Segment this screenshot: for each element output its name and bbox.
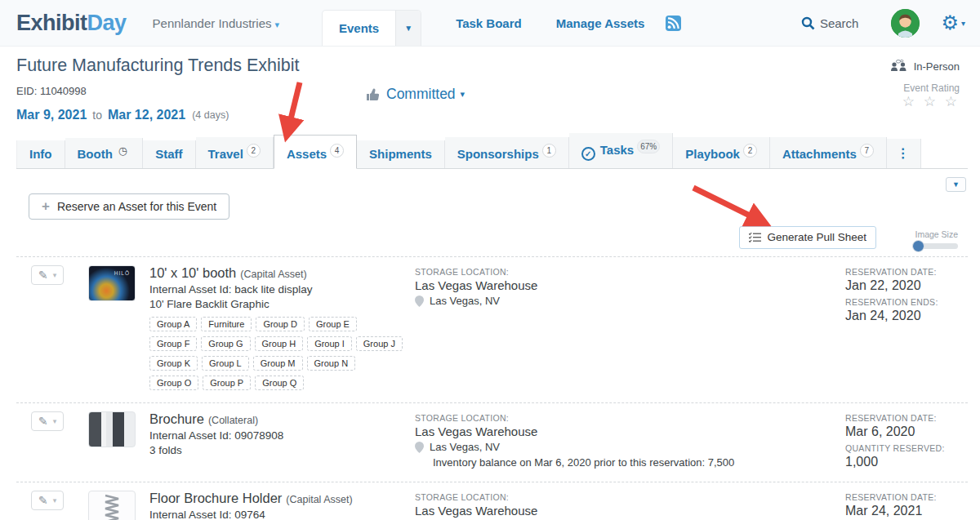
- tab-playbook[interactable]: Playbook2: [673, 137, 770, 168]
- thumbs-up-icon: [366, 87, 380, 101]
- tag: Group L: [202, 356, 249, 371]
- location-pin-icon: [415, 296, 424, 307]
- asset-title: 10' x 10' booth: [149, 265, 236, 280]
- event-duration: (4 days): [192, 109, 229, 121]
- storage-warehouse: Las Vegas Warehouse: [415, 278, 845, 292]
- edit-asset-button[interactable]: ✎▾: [31, 265, 64, 285]
- tab-assets[interactable]: Assets4: [274, 135, 357, 169]
- collapse-panel-button[interactable]: ▼: [946, 177, 966, 192]
- asset-row: ✎▾ HILŌ 10' x 10' booth(Capital Asset) I…: [16, 256, 968, 402]
- tab-shipments[interactable]: Shipments: [357, 140, 445, 168]
- list-icon: [749, 232, 761, 242]
- reserve-asset-button[interactable]: + Reserve an Asset for this Event: [29, 193, 229, 220]
- event-tabbar: Info Booth◷ Staff Travel2 Assets4 Shipme…: [16, 133, 968, 169]
- start-date[interactable]: Mar 9, 2021: [16, 108, 87, 122]
- rss-feed-icon[interactable]: [666, 16, 681, 31]
- tab-info[interactable]: Info: [16, 140, 65, 168]
- slider-thumb[interactable]: [912, 240, 924, 252]
- asset-row: ✎▾ Floor Brochure Holder(Capital Asset) …: [16, 482, 968, 520]
- tasks-progress-badge: 67%: [637, 140, 660, 153]
- pencil-icon: ✎: [38, 416, 48, 427]
- plus-icon: +: [42, 199, 50, 213]
- tab-booth[interactable]: Booth◷: [65, 138, 144, 168]
- edit-asset-button[interactable]: ✎▾: [31, 411, 64, 431]
- chevron-down-icon: ▾: [53, 271, 57, 279]
- asset-internal-id: Internal Asset Id: 09764: [149, 509, 407, 520]
- tag: Group M: [253, 356, 303, 371]
- tab-overflow-menu[interactable]: ⋮: [887, 139, 921, 168]
- event-dates: Mar 9, 2021 to Mar 12, 2021 (4 days): [16, 108, 968, 122]
- edit-asset-button[interactable]: ✎▾: [31, 491, 64, 510]
- workspace-selector[interactable]: Pennlander Industries▾: [153, 16, 279, 30]
- tag: Group E: [309, 317, 357, 331]
- exhibitday-logo: ExhibitDay: [16, 11, 127, 36]
- pencil-icon: ✎: [38, 269, 48, 281]
- event-rating: Event Rating ☆ ☆ ☆: [902, 82, 960, 110]
- event-format-badge[interactable]: In-Person: [890, 60, 960, 73]
- image-size-slider[interactable]: [912, 243, 958, 249]
- reservation-date: Jan 22, 2020: [845, 278, 968, 293]
- asset-type: (Capital Asset): [286, 494, 352, 505]
- nav-events-label[interactable]: Events: [323, 11, 395, 46]
- event-status-dropdown[interactable]: Committed ▾: [366, 86, 465, 103]
- tag: Group P: [203, 376, 251, 390]
- asset-internal-id: Internal Asset Id: back lite display: [149, 283, 407, 296]
- tab-count-badge: 2: [743, 144, 757, 158]
- tab-staff[interactable]: Staff: [143, 140, 195, 168]
- end-date[interactable]: Mar 12, 2021: [108, 108, 185, 122]
- tag: Group Q: [255, 376, 304, 390]
- asset-title: Brochure: [149, 411, 204, 426]
- nav-manage-assets[interactable]: Manage Assets: [556, 16, 645, 30]
- reservation-date: Mar 6, 2020: [845, 424, 968, 439]
- tab-travel[interactable]: Travel2: [196, 137, 274, 168]
- asset-title: Floor Brochure Holder: [149, 491, 282, 505]
- gear-icon[interactable]: ⚙: [941, 13, 959, 33]
- tab-count-badge: 7: [860, 144, 874, 158]
- top-navigation-bar: ExhibitDay Pennlander Industries▾ Events…: [0, 0, 980, 47]
- generate-pull-sheet-button[interactable]: Generate Pull Sheet: [739, 226, 876, 249]
- asset-internal-id: Internal Asset Id: 09078908: [149, 429, 407, 442]
- search-button[interactable]: Search: [801, 16, 859, 30]
- assets-panel: ▼ + Reserve an Asset for this Event Gene…: [16, 169, 968, 520]
- tag: Group J: [356, 336, 403, 351]
- asset-list: ✎▾ HILŌ 10' x 10' booth(Capital Asset) I…: [16, 256, 968, 520]
- tag: Group A: [149, 317, 197, 331]
- inventory-balance-note: Inventory balance on Mar 6, 2020 prior t…: [433, 456, 845, 469]
- storage-city: Las Vegas, NV: [415, 295, 845, 307]
- chevron-down-icon: ▾: [461, 89, 466, 100]
- tab-tasks[interactable]: ✓Tasks67%: [569, 133, 673, 168]
- asset-thumbnail[interactable]: [88, 411, 136, 447]
- image-size-control: Image Size: [907, 229, 958, 249]
- nav-task-board[interactable]: Task Board: [456, 16, 522, 30]
- event-header: Future Manufacturing Trends Exhibit In-P…: [16, 47, 968, 129]
- tag: Group O: [149, 376, 198, 390]
- tag: Group I: [307, 336, 352, 351]
- assets-toolbar: Generate Pull Sheet Image Size: [16, 226, 968, 249]
- location-pin-icon: [415, 442, 424, 453]
- settings-chevron-icon[interactable]: ▾: [961, 19, 965, 28]
- tag: Group N: [307, 356, 356, 371]
- asset-thumbnail[interactable]: HILŌ: [88, 265, 136, 301]
- storage-warehouse: Las Vegas Warehouse: [415, 504, 845, 518]
- storage-warehouse: Las Vegas Warehouse: [415, 424, 845, 438]
- chevron-down-icon: ▾: [53, 417, 57, 425]
- tab-count-badge: 1: [542, 144, 556, 158]
- chevron-down-icon: ▾: [274, 20, 279, 29]
- storage-city: Las Vegas, NV: [415, 441, 845, 453]
- in-person-icon: [890, 60, 909, 73]
- page-title: Future Manufacturing Trends Exhibit: [16, 47, 968, 76]
- tab-attachments[interactable]: Attachments7: [770, 137, 887, 168]
- check-circle-icon: ✓: [581, 147, 595, 161]
- reservation-date: Mar 24, 2021: [845, 504, 968, 518]
- quantity-reserved: 1,000: [845, 455, 968, 469]
- user-avatar[interactable]: [891, 9, 920, 38]
- asset-thumbnail[interactable]: [88, 491, 136, 520]
- asset-type: (Collateral): [208, 415, 258, 426]
- asset-description: 3 folds: [149, 444, 407, 456]
- tag: Group F: [149, 336, 197, 351]
- tab-sponsorships[interactable]: Sponsorships1: [445, 137, 569, 168]
- rating-stars[interactable]: ☆ ☆ ☆: [902, 94, 960, 110]
- tab-count-badge: 2: [247, 144, 261, 158]
- nav-tab-events[interactable]: Events ▼: [322, 10, 421, 46]
- events-dropdown-button[interactable]: ▼: [395, 11, 421, 46]
